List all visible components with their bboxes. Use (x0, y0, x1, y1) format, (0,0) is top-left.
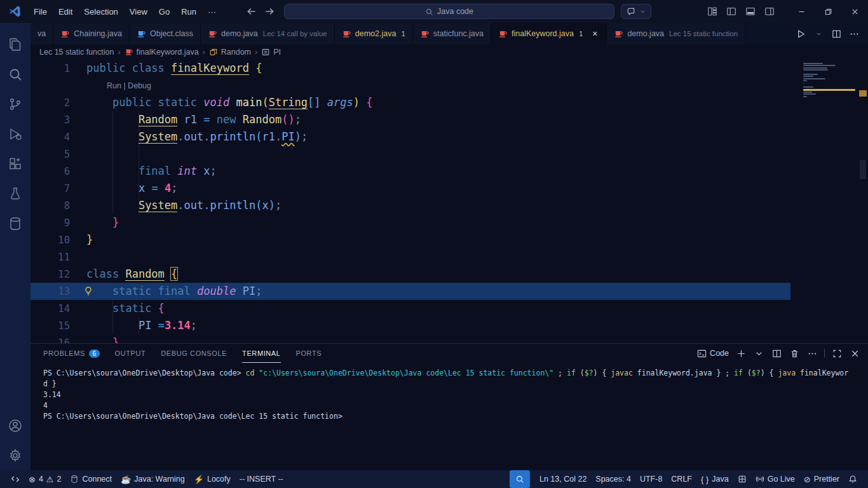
copilot-button[interactable] (621, 4, 651, 19)
activity-accounts[interactable] (0, 410, 31, 440)
split-editor-button[interactable] (829, 26, 844, 41)
code-line[interactable]: 9 } (31, 214, 790, 231)
code-line[interactable]: 3 Random r1 = new Random(); (31, 111, 790, 128)
scrollbar-thumb[interactable] (860, 160, 866, 179)
menu-view[interactable]: View (124, 7, 153, 17)
breadcrumb-item-lec-15-static-function[interactable]: Lec 15 static function (39, 48, 114, 57)
cursor-position[interactable]: Ln 13, Col 22 (535, 470, 591, 488)
terminal-output[interactable]: PS C:\Users\soura\OneDrive\Desktop\Java … (31, 363, 868, 470)
panel-more-actions[interactable] (806, 348, 818, 359)
forward-button[interactable] (264, 6, 275, 17)
code-line[interactable]: 10} (31, 231, 790, 248)
vim-mode[interactable]: -- INSERT -- (235, 470, 288, 488)
java-status[interactable]: ☕Java: Warning (116, 470, 189, 488)
panel-tab-problems[interactable]: PROBLEMS6 (43, 344, 100, 363)
tab-demo-java[interactable]: demo.javaLec 15 static function (607, 23, 745, 44)
toggle-primary-sidebar-button[interactable] (722, 3, 741, 20)
kill-terminal-button[interactable] (789, 348, 800, 359)
maximize-panel-button[interactable] (831, 348, 843, 359)
close-window-button[interactable] (841, 0, 868, 23)
line-number: 12 (31, 269, 70, 280)
run-java-button[interactable] (793, 26, 808, 41)
tab-demo-java[interactable]: demo.javaLec 14 call by value (201, 23, 335, 44)
tab-staticfunc-java[interactable]: staticfunc.java (413, 23, 491, 44)
tab-finalkeyword-java[interactable]: finalKeyword.java1× (491, 23, 607, 44)
go-live[interactable]: Go Live (751, 470, 799, 488)
menu-selection[interactable]: Selection (78, 7, 123, 17)
tab-object-class[interactable]: Object.class (130, 23, 201, 44)
extension-status[interactable] (733, 470, 751, 488)
activity-explorer[interactable] (0, 29, 31, 59)
language-mode[interactable]: { }Java (696, 470, 733, 488)
code-line[interactable]: 2 public static void main(String[] args)… (31, 94, 790, 111)
connect-status-icon (70, 475, 79, 484)
indentation[interactable]: Spaces: 4 (591, 470, 635, 488)
indentation-label: Spaces: 4 (595, 475, 631, 484)
menu-run[interactable]: Run (175, 7, 202, 17)
activity-search[interactable] (0, 59, 31, 89)
prettier-status[interactable]: ⊘Prettier (799, 470, 844, 488)
minimize-button[interactable] (788, 0, 815, 23)
activity-run-debug[interactable] (0, 119, 31, 149)
screen-reader-search[interactable] (510, 470, 530, 488)
code-line[interactable]: 13 static final double PI; (31, 283, 790, 300)
code-line[interactable]: 1public class finalKeyword { (31, 60, 790, 77)
code-line[interactable]: 6 final int x; (31, 163, 790, 180)
editor-scrollbar[interactable] (858, 60, 868, 343)
menu-[interactable]: ··· (202, 7, 222, 17)
problems-status[interactable]: ⊗4⚠2 (24, 470, 65, 488)
activity-extensions[interactable] (0, 149, 31, 179)
toggle-secondary-sidebar-button[interactable] (760, 3, 779, 20)
close-panel-button[interactable] (849, 348, 860, 359)
minimap[interactable] (801, 61, 858, 100)
breadcrumb-item-random[interactable]: Random (209, 48, 251, 57)
code-line[interactable]: 4 System.out.println(r1.PI); (31, 128, 790, 146)
split-terminal-button[interactable] (771, 348, 782, 359)
tab-va[interactable]: va (31, 23, 53, 44)
code-line[interactable]: 15 PI =3.14; (31, 317, 790, 334)
new-terminal-button[interactable] (735, 348, 747, 359)
menu-go[interactable]: Go (153, 7, 175, 17)
code-line[interactable]: 14 static { (31, 300, 790, 317)
activity-testing[interactable] (0, 179, 31, 208)
encoding[interactable]: UTF-8 (635, 470, 667, 488)
connect-status[interactable]: Connect (65, 470, 116, 488)
locofy-status[interactable]: ⚡Locofy (189, 470, 235, 488)
eol-sequence[interactable]: CRLF (667, 470, 696, 488)
codelens-row[interactable]: Run | Debug (31, 77, 790, 94)
code-editor[interactable]: 1public class finalKeyword {Run | Debug2… (31, 60, 868, 343)
restore-button[interactable] (815, 0, 841, 23)
terminal-instance-label[interactable]: Code (697, 349, 729, 358)
notifications-bell[interactable] (844, 470, 862, 488)
lightbulb-icon[interactable] (83, 286, 93, 296)
code-line[interactable]: 8 System.out.println(x); (31, 197, 790, 214)
toggle-panel-button[interactable] (741, 3, 760, 20)
editor-more-actions[interactable] (846, 26, 862, 41)
activity-settings[interactable] (0, 440, 31, 470)
code-line[interactable]: 7 x = 4; (31, 180, 790, 197)
breadcrumb-item-finalkeyword-java[interactable]: finalKeyword.java (125, 48, 199, 57)
activity-source-control[interactable] (0, 89, 31, 119)
codelens-run-debug[interactable]: Run | Debug (86, 81, 151, 90)
activity-database[interactable] (0, 208, 31, 238)
code-line[interactable]: 16 } (31, 334, 790, 343)
menu-file[interactable]: File (28, 7, 53, 17)
tab-demo2-java[interactable]: demo2.java1 (335, 23, 413, 44)
code-line[interactable]: 12class Random { (31, 266, 790, 283)
terminal-profile-dropdown[interactable] (753, 348, 764, 359)
code-line[interactable]: 11 (31, 248, 790, 266)
panel-tab-terminal[interactable]: TERMINAL (242, 344, 280, 363)
back-button[interactable] (246, 6, 257, 17)
panel-tab-debug-console[interactable]: DEBUG CONSOLE (161, 344, 227, 363)
remote-indicator[interactable] (6, 470, 24, 488)
run-dropdown[interactable] (811, 26, 826, 41)
panel-tab-output[interactable]: OUTPUT (115, 344, 146, 363)
tab-close-icon[interactable]: × (590, 29, 599, 39)
breadcrumb-item-pi[interactable]: PI (261, 48, 281, 57)
customize-layout-button[interactable] (703, 3, 722, 20)
menu-edit[interactable]: Edit (53, 7, 78, 17)
panel-tab-ports[interactable]: PORTS (296, 344, 322, 363)
tab-chaining-java[interactable]: Chaining.java (53, 23, 130, 44)
code-line[interactable]: 5 (31, 146, 790, 163)
command-center-search[interactable]: Java code (284, 4, 614, 19)
